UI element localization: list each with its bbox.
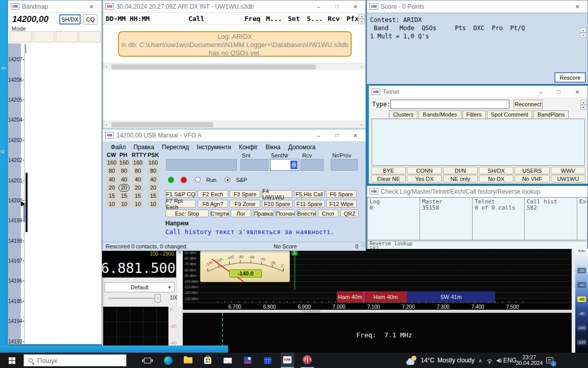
log-column-header[interactable]: M... [266, 15, 282, 22]
band-button[interactable]: 40 [132, 176, 143, 183]
band-button[interactable]: 160 [118, 159, 130, 167]
preset-dropdown[interactable]: Default▼ [105, 282, 175, 292]
rescore-button[interactable]: Rescore [555, 73, 585, 82]
mode-box[interactable] [10, 31, 32, 42]
file-explorer-button[interactable] [181, 353, 194, 368]
band-button[interactable]: 40 [118, 176, 130, 183]
log-column-header[interactable]: Call [188, 15, 204, 22]
telnet-tab[interactable]: Clusters [389, 110, 418, 119]
telnet-command-button[interactable]: SH/DX [479, 167, 513, 174]
function-key-button[interactable]: F11 Spare [294, 200, 325, 208]
telnet-filter-button[interactable]: No VHF [514, 175, 549, 182]
sp-radio[interactable] [225, 177, 230, 182]
function-key-button[interactable]: F3 Spare [230, 190, 260, 198]
telnet-command-button[interactable]: DI/N [443, 167, 478, 174]
maximize-icon[interactable] [551, 86, 567, 98]
bandmap-scale-area[interactable]: 14207 14206 14205 14204 14203 14202 [8, 43, 102, 344]
telnet-filter-button[interactable]: UW1WU [551, 175, 585, 182]
function-key-button[interactable]: F10 Spare [262, 200, 292, 208]
log-hscrollbar-2[interactable] [103, 121, 365, 128]
log-column-header[interactable]: Snt [288, 15, 300, 22]
close-icon[interactable] [83, 1, 100, 12]
telnet-command-input[interactable] [390, 100, 509, 109]
slider-track[interactable] [108, 297, 158, 299]
run-radio[interactable] [195, 177, 201, 182]
menu-item[interactable]: Файл [111, 144, 126, 151]
action-key-button[interactable]: Спот [318, 210, 338, 217]
action-key-button[interactable]: Лог [231, 210, 251, 217]
band-button[interactable]: 15 [148, 192, 159, 200]
band-button[interactable]: 15 [132, 192, 143, 200]
log-hscrollbar-1[interactable] [103, 63, 365, 70]
slider-thumb[interactable]: ≡ [155, 294, 161, 303]
function-key-button[interactable]: F4 UW1WU [262, 190, 292, 198]
close-icon[interactable] [569, 1, 585, 12]
shdx-button[interactable]: SH/DX [59, 14, 81, 25]
mode-column-header[interactable]: CW [107, 152, 116, 158]
menu-item[interactable]: Вікна [265, 144, 280, 151]
band-button[interactable]: 40 [148, 176, 159, 183]
log-spinner[interactable] [358, 14, 365, 24]
band-button[interactable]: 40 [106, 176, 117, 183]
telnet-command-button[interactable]: CONN [407, 167, 442, 174]
close-icon[interactable] [569, 86, 585, 98]
function-key-button[interactable]: F12 Wipe [326, 200, 357, 208]
menu-item[interactable]: Перегляд [162, 144, 189, 151]
function-key-button[interactable]: F8 Agn? [198, 200, 228, 208]
log-column-header[interactable]: Freq [244, 15, 260, 22]
mode-box[interactable] [56, 31, 78, 42]
taskbar-clock[interactable]: 23:27 30.04.2024 [517, 353, 542, 368]
palette-auto-label[interactable]: Auto [575, 249, 588, 252]
band-button[interactable]: 80 [132, 167, 143, 175]
function-key-button[interactable]: F7 Rpt Exch [165, 200, 196, 208]
telnet-command-button[interactable]: USERS [514, 167, 549, 174]
close-icon[interactable] [347, 1, 363, 12]
band-button[interactable]: 80 [106, 167, 117, 175]
language-indicator[interactable]: ENG [503, 353, 517, 368]
log-column-header[interactable]: S... [307, 15, 323, 22]
palette-level-label[interactable]: -120 [575, 335, 588, 349]
telnet-filter-button[interactable]: Yes DX [407, 175, 442, 182]
edge-browser-button[interactable] [161, 353, 175, 368]
band-button[interactable]: 10 [118, 200, 130, 208]
menu-item[interactable]: Допомога [288, 144, 315, 151]
band-button[interactable]: 15 [118, 192, 130, 200]
resize-grip[interactable] [361, 243, 365, 247]
telnet-spinner[interactable] [580, 100, 587, 110]
band-button[interactable]: 160 [106, 159, 117, 167]
band-button[interactable]: 80 [148, 167, 159, 175]
menu-item[interactable]: Конфіг [239, 144, 258, 151]
telnet-command-button[interactable]: BYE [371, 167, 406, 174]
band-button[interactable]: 10 [106, 200, 117, 208]
log-column-header[interactable]: DD-MM HH:MM [106, 15, 150, 22]
band-button[interactable]: 160 [148, 159, 159, 167]
close-icon[interactable] [347, 129, 363, 141]
snt-input[interactable] [240, 159, 268, 171]
band-button[interactable]: 20 [148, 184, 159, 192]
task-view-button[interactable] [141, 353, 154, 368]
telnet-tab[interactable]: Filters [462, 110, 486, 119]
action-key-button[interactable]: Стерти [211, 210, 229, 217]
log-column-header[interactable]: Rcv [328, 15, 339, 22]
palette-level-label[interactable]: -80 [575, 306, 588, 320]
waterfall-palette-bar[interactable]: Auto -20-40-60-80-100-120 [575, 249, 588, 353]
nrprov-input[interactable] [331, 159, 358, 171]
volume-tray-button[interactable]: ◀)) [494, 353, 503, 368]
waterfall-display[interactable]: Freq: 7.1 MHz [183, 313, 572, 353]
telnet-tab[interactable]: BandPlans [533, 110, 569, 119]
function-key-button[interactable]: F1 S&P CQ [165, 190, 196, 198]
sp-label[interactable]: S&P [236, 177, 247, 183]
splitter-handle-icon[interactable] [303, 310, 320, 312]
logger-app-button[interactable] [241, 353, 254, 368]
telnet-tab[interactable]: Spot Comment [487, 110, 532, 119]
score-spinner[interactable] [580, 28, 586, 38]
search-input[interactable] [37, 357, 114, 364]
run-label[interactable]: Run [206, 177, 216, 183]
sdr-app-button[interactable] [301, 353, 314, 368]
function-key-button[interactable]: F2 Exch [198, 190, 228, 198]
telnet-filter-button[interactable]: No DX [479, 175, 513, 182]
rcv-input[interactable] [301, 159, 324, 171]
taskbar-search[interactable] [23, 354, 127, 366]
band-button[interactable]: 15 [106, 192, 117, 200]
minimize-icon[interactable] [532, 86, 549, 98]
